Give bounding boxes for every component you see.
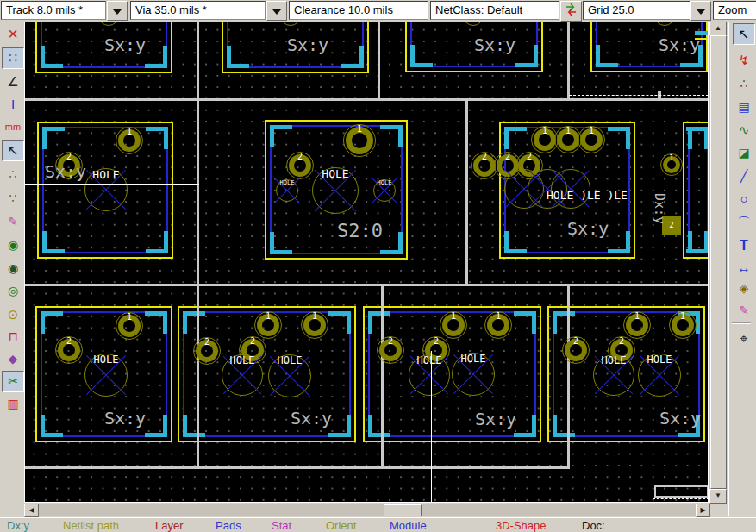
scroll-up-button[interactable]: ▲	[709, 22, 727, 36]
pad-2[interactable]: 2	[193, 337, 221, 365]
add-zone-icon[interactable]: ◪	[733, 142, 755, 164]
add-track-icon[interactable]: ∿	[733, 119, 755, 141]
board-edge-line	[378, 22, 380, 101]
pad-number: 2	[286, 152, 314, 179]
show-zones-icon[interactable]: ◉	[2, 235, 24, 256]
corner-bracket	[398, 125, 403, 147]
module-ratsnest-icon[interactable]: ∵	[2, 188, 24, 210]
pad-1[interactable]: 1	[116, 127, 143, 154]
drill-hole[interactable]: HOLE	[373, 179, 396, 202]
pad-number: 1	[343, 124, 376, 157]
drill-map-icon[interactable]: ▥	[2, 393, 24, 415]
drill-hole[interactable]: HOLE	[593, 354, 634, 396]
pad-1[interactable]: 1	[343, 124, 376, 157]
units-inch-icon[interactable]: I	[2, 93, 24, 115]
pad-1[interactable]: 1	[116, 312, 143, 340]
add-footprint-icon[interactable]: ▤	[733, 97, 755, 118]
drill-hole[interactable]: HOLE	[84, 168, 128, 211]
pad-number: 1	[623, 311, 651, 339]
scroll-left-button[interactable]: ◀	[24, 504, 39, 517]
drc-off-icon[interactable]: ×	[2, 23, 24, 45]
corner-bracket	[347, 311, 351, 334]
layer-swap-button[interactable]	[560, 1, 582, 22]
scroll-right-button[interactable]: ▶	[696, 504, 710, 517]
drill-hole[interactable]: HOLE	[409, 354, 450, 396]
drill-hole[interactable]: HOLE	[312, 167, 359, 214]
vertical-scroll-thumb[interactable]	[710, 35, 727, 489]
drill-hole[interactable]: HOLE	[452, 353, 495, 396]
pad-2[interactable]: 2	[377, 336, 404, 364]
autodelete-track-icon[interactable]: ✎	[2, 211, 24, 233]
pads-sketch-icon[interactable]: ⊙	[2, 304, 24, 325]
status-doc-: Doc:	[582, 519, 605, 532]
corner-bracket	[704, 127, 709, 149]
corner-bracket	[41, 46, 45, 68]
grid-size-select[interactable]: Grid 25.0	[583, 1, 690, 20]
corner-bracket	[704, 231, 709, 253]
pad-2[interactable]: 2	[286, 152, 314, 179]
corner-bracket	[596, 45, 600, 67]
pad-1[interactable]: 1	[440, 311, 467, 339]
pad-1[interactable]: 1	[484, 311, 512, 339]
pcb-canvas[interactable]: Sx:ySx:ySx:ySx:y12HOLESx:y12HOLEHOLEHOLE…	[24, 22, 709, 503]
add-target-icon[interactable]: ◈	[733, 278, 755, 299]
drill-hole[interactable]: HOLE	[222, 354, 263, 396]
zoom-select[interactable]: Zoom	[713, 1, 756, 20]
ratsnest-icon[interactable]: ∴	[2, 164, 24, 185]
corner-bracket	[41, 415, 45, 437]
drill-hole[interactable]: HOLE	[638, 354, 681, 397]
horizontal-scrollbar[interactable]	[24, 504, 709, 516]
scroll-down-button[interactable]: ▼	[709, 489, 727, 504]
corner-bracket	[398, 232, 403, 254]
board-cutout-icon[interactable]: ✂	[2, 371, 24, 392]
hide-zones-icon[interactable]: ◉	[2, 258, 24, 279]
pad-1[interactable]: 1	[301, 311, 328, 339]
track-width-select[interactable]: Track 8.0 mils *	[1, 1, 106, 20]
grid-icon[interactable]: ∷	[2, 47, 24, 69]
right-toolbar: ↖↯∴▤∿◪╱○⌒T↔◈✎⌖	[728, 22, 756, 516]
pad-1[interactable]: 1	[669, 311, 697, 339]
add-text-icon[interactable]: T	[733, 235, 755, 256]
sketch-zones-icon[interactable]: ◎	[2, 280, 24, 302]
pad-1[interactable]: 1	[254, 311, 282, 339]
pad-2[interactable]: 2	[55, 336, 83, 364]
crosshair-cursor-line	[24, 184, 199, 185]
board-edge-line	[197, 22, 199, 469]
corner-bracket	[164, 127, 168, 149]
via-size-dropdown-button[interactable]	[266, 1, 287, 21]
footprint-mid-edge[interactable]	[683, 122, 709, 259]
select-tool-icon[interactable]: ↖	[733, 23, 755, 45]
corner-bracket	[183, 311, 187, 334]
tracks-sketch-icon[interactable]: ⊓	[2, 326, 24, 347]
pad-2[interactable]: 2	[562, 336, 590, 364]
pad-1[interactable]: 1	[623, 311, 651, 339]
drill-hole[interactable]: HOLE	[84, 354, 128, 397]
grid-size-dropdown-button[interactable]	[690, 1, 711, 21]
cursor-shape-icon[interactable]: ↖	[2, 140, 24, 161]
corner-bracket	[163, 415, 167, 437]
add-dimension-icon[interactable]: ↔	[733, 257, 755, 279]
add-arc-icon[interactable]: ⌒	[733, 211, 755, 233]
polar-coords-icon[interactable]: ∠	[2, 71, 24, 92]
track-width-dropdown-button[interactable]	[107, 1, 128, 21]
local-ratsnest-icon[interactable]: ∴	[733, 73, 755, 95]
drill-hole[interactable]: HOLE	[276, 179, 298, 202]
drill-hole[interactable]: HOLE	[268, 354, 311, 397]
delete-tool-icon[interactable]: ✎	[733, 300, 755, 322]
corner-bracket	[42, 231, 47, 253]
units-mm-icon[interactable]: mm	[2, 116, 24, 138]
pad-1[interactable]: 1	[660, 153, 683, 176]
grid-origin-icon[interactable]: ⌖	[733, 328, 755, 349]
hole-label: HOLE	[638, 354, 681, 397]
add-line-icon[interactable]: ╱	[733, 166, 755, 187]
corner-bracket	[532, 311, 536, 334]
add-circle-icon[interactable]: ○	[733, 188, 755, 210]
highlight-net-icon[interactable]: ↯	[733, 49, 755, 71]
pad-1[interactable]: 1	[578, 126, 605, 153]
board-edge-line	[381, 285, 384, 469]
hole-label: HOLE	[452, 353, 495, 396]
crosshair-cursor-line	[431, 351, 432, 503]
horizontal-scroll-thumb[interactable]	[384, 504, 422, 516]
via-size-select[interactable]: Via 35.0 mils *	[130, 1, 266, 20]
high-contrast-icon[interactable]: ◆	[2, 348, 24, 370]
